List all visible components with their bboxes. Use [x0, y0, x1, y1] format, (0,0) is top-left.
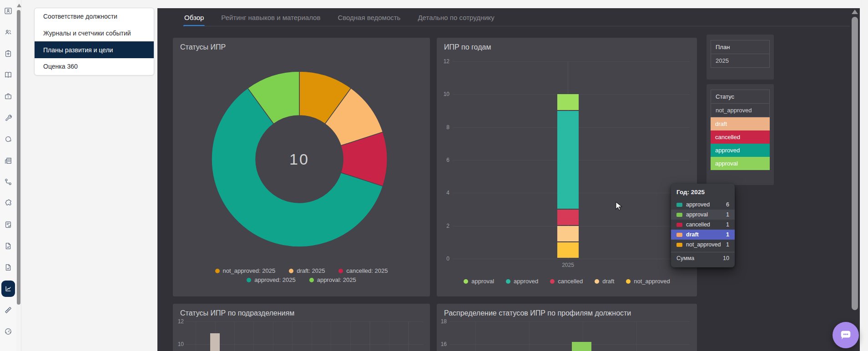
bar-chart-legend: approval approved cancelled draft not_ap…	[437, 278, 697, 285]
legend-dot	[506, 279, 510, 284]
tooltip-value: 1	[726, 221, 729, 228]
badge-plus-icon[interactable]	[0, 43, 16, 64]
status-filter-card: Статус not_approved draft cancelled appr…	[707, 84, 774, 185]
y-tick-label: 16	[437, 341, 447, 347]
tooltip-sum-row: Сумма10	[671, 252, 735, 264]
divisions-bar-chart[interactable]: 12 10	[173, 304, 430, 351]
status-option-cancelled[interactable]: cancelled	[711, 130, 770, 144]
tabbar-divider	[184, 26, 850, 26]
menu-item-development-plans[interactable]: Планы развития и цели	[35, 41, 154, 58]
building-icon[interactable]	[0, 150, 16, 171]
tooltip-label: cancelled	[686, 221, 722, 228]
chat-bubble-icon	[839, 329, 853, 341]
id-card-icon[interactable]	[0, 0, 16, 21]
tooltip-sum-value: 10	[723, 255, 729, 261]
tooltip-value: 1	[726, 231, 729, 238]
tooltip-label: not_approved	[686, 241, 722, 248]
tab-summary-sheet[interactable]: Сводная ведомость	[338, 8, 400, 26]
profiles-chart-card: Распределение статусов ИПР по профилям д…	[437, 304, 697, 351]
divisions-chart-card: Статусы ИПР по подразделениям 12 10	[173, 304, 430, 351]
tooltip-row-highlighted: draft1	[671, 230, 735, 240]
chat-fab-button[interactable]	[833, 322, 859, 348]
tooltip-swatch	[676, 233, 682, 237]
line-chart-icon-selected[interactable]	[0, 278, 16, 299]
legend-label: approved: 2025	[254, 276, 295, 283]
menu-item-assessment-360[interactable]: Оценка 360	[35, 58, 154, 75]
tooltip-header: Год: 2025	[671, 184, 735, 200]
sidebar-scrollbar-thumb[interactable]	[17, 10, 20, 305]
tooltip-value: 6	[726, 201, 729, 208]
bar[interactable]	[572, 342, 591, 351]
tooltip-sum-label: Сумма	[676, 255, 694, 261]
tab-overview[interactable]: Обзор	[184, 8, 204, 26]
puzzle-icon[interactable]	[0, 192, 16, 214]
legend-dot	[550, 279, 555, 284]
year-bar-chart-card: ИПР по годам 121086420 2025 approval app…	[437, 38, 697, 296]
profiles-bar-chart[interactable]: 18 16	[437, 304, 697, 351]
main-scrollbar[interactable]	[851, 8, 858, 351]
stacked-bar-chart[interactable]: 121086420	[437, 38, 697, 296]
document-check-icon[interactable]	[0, 214, 16, 235]
ruler-icon[interactable]	[0, 299, 16, 321]
legend-label: cancelled: 2025	[346, 267, 388, 274]
legend-item[interactable]: approved	[506, 278, 538, 285]
wrench-icon[interactable]	[0, 107, 16, 128]
menu-item-journals[interactable]: Журналы и счетчики событий	[35, 25, 154, 42]
legend-item[interactable]: cancelled	[550, 278, 583, 285]
legend-label: approval: 2025	[317, 276, 356, 283]
legend-item[interactable]: approval	[464, 278, 494, 285]
gridlines-vertical	[196, 321, 421, 351]
tooltip-row: not_approved1	[671, 240, 735, 250]
nav-menu-card: Соответствие должности Журналы и счетчик…	[34, 8, 154, 75]
legend-item[interactable]: not_approved: 2025	[215, 267, 276, 274]
bar[interactable]	[210, 333, 220, 351]
plan-filter-header: План	[711, 40, 770, 54]
chart-tooltip: Год: 2025 approved6 approval1 cancelled1…	[671, 184, 735, 267]
bar-segment-approved[interactable]	[557, 111, 579, 209]
users-icon[interactable]	[0, 21, 16, 43]
tooltip-label: draft	[686, 231, 722, 238]
legend-item[interactable]: approval: 2025	[309, 276, 356, 283]
status-option-approved[interactable]: approved	[711, 144, 770, 157]
legend-item[interactable]: approved: 2025	[247, 276, 295, 283]
main-scrollbar-thumb[interactable]	[852, 17, 858, 310]
status-option-approval[interactable]: approval	[711, 157, 770, 170]
tooltip-value: 1	[726, 211, 729, 218]
book-icon[interactable]	[0, 64, 16, 85]
legend-label: cancelled	[558, 278, 583, 285]
bar-segment-draft[interactable]	[557, 226, 579, 242]
legend-item[interactable]: draft	[595, 278, 614, 285]
tab-bar: Обзор Рейтинг навыков и материалов Сводн…	[157, 8, 860, 26]
tab-skills-rating[interactable]: Рейтинг навыков и материалов	[221, 8, 320, 26]
file-check-icon[interactable]	[0, 256, 16, 278]
app-window: Соответствие должности Журналы и счетчик…	[0, 0, 868, 351]
status-option-not-approved[interactable]: not_approved	[711, 103, 770, 117]
tab-employee-detail[interactable]: Детально по сотруднику	[418, 8, 494, 26]
mouse-cursor	[615, 202, 623, 211]
bar-segment-not_approved[interactable]	[557, 242, 579, 258]
org-nodes-icon[interactable]	[0, 171, 16, 192]
briefcase-icon[interactable]	[0, 85, 16, 107]
sidebar-scrollbar[interactable]	[17, 3, 21, 348]
menu-item-compliance[interactable]: Соответствие должности	[35, 8, 154, 25]
bar-segment-cancelled[interactable]	[557, 210, 579, 226]
scroll-up-arrow-icon[interactable]	[17, 4, 21, 7]
plan-filter-value[interactable]: 2025	[711, 54, 770, 68]
tooltip-row: approved6	[671, 200, 735, 210]
bar-segment-approval[interactable]	[557, 94, 579, 110]
selected-icon-pill	[1, 281, 15, 297]
legend-item[interactable]: not_approved	[626, 278, 670, 285]
legend-label: draft	[602, 278, 614, 285]
status-option-draft[interactable]: draft	[711, 117, 770, 130]
y-tick-label: 12	[174, 318, 184, 325]
y-tick-label: 10	[174, 341, 184, 347]
tooltip-swatch	[676, 223, 682, 227]
file-check-icon[interactable]	[0, 235, 16, 256]
legend-item[interactable]: draft: 2025	[289, 267, 325, 274]
legend-dot	[338, 269, 343, 273]
y-tick-label: 18	[437, 318, 447, 325]
legend-item[interactable]: cancelled: 2025	[338, 267, 388, 274]
sync-icon[interactable]	[0, 128, 16, 150]
scroll-up-arrow-icon[interactable]	[852, 10, 858, 14]
gauge-icon[interactable]	[0, 321, 16, 342]
